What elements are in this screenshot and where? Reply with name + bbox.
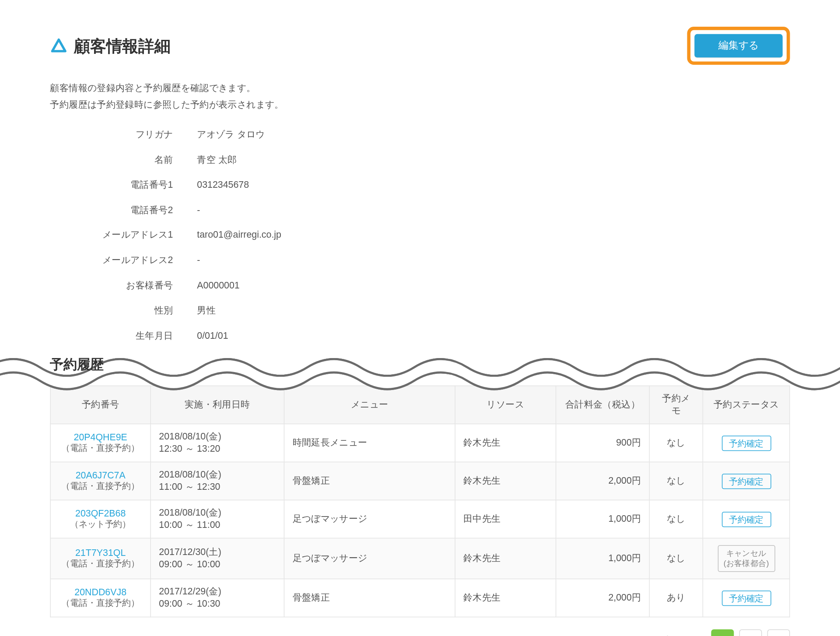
memo-cell: あり	[649, 579, 703, 617]
page-title-group: 顧客情報詳細	[50, 35, 170, 56]
menu-cell: 足つぼマッサージ	[284, 538, 455, 579]
email1-label: メールアドレス1	[50, 229, 197, 242]
reserve-no-cell: 20P4QHE9E（電話・直接予約）	[50, 424, 150, 462]
description-line-2: 予約履歴は予約登録時に参照した予約が表示されます。	[50, 96, 790, 112]
date-value: 2017/12/29(金)	[159, 586, 276, 598]
reserve-no-cell: 20A6J7C7A（電話・直接予約）	[50, 462, 150, 500]
page-description: 顧客情報の登録内容と予約履歴を確認できます。 予約履歴は予約登録時に参照した予約…	[50, 80, 790, 112]
status-badge: 予約確定	[721, 512, 771, 527]
reserve-no-link[interactable]: 20NDD6VJ8	[59, 587, 142, 597]
custno-label: お客様番号	[50, 279, 197, 292]
reserve-no-link[interactable]: 203QF2B68	[59, 508, 142, 519]
reserve-no-sub: （電話・直接予約）	[59, 481, 142, 492]
menu-cell: 時間延長メニュー	[284, 424, 455, 462]
tel2-label: 電話番号2	[50, 204, 197, 217]
email2-value: -	[197, 254, 200, 267]
datetime-cell: 2017/12/30(土)09:00 ～ 10:00	[150, 538, 284, 579]
resource-cell: 鈴木先生	[455, 538, 556, 579]
time-value: 12:30 ～ 13:20	[159, 443, 276, 455]
reserve-no-sub: （電話・直接予約）	[59, 443, 142, 454]
status-badge: 予約確定	[721, 590, 771, 606]
reserve-no-link[interactable]: 21T7Y31QL	[59, 548, 142, 558]
datetime-cell: 2018/08/10(金)12:30 ～ 13:20	[150, 424, 284, 462]
reserve-no-cell: 203QF2B68（ネット予約）	[50, 500, 150, 538]
furigana-value: アオゾラ タロウ	[197, 128, 265, 141]
date-value: 2018/08/10(金)	[159, 469, 276, 481]
price-cell: 1,000円	[556, 538, 650, 579]
page-2-button[interactable]: 2	[739, 629, 762, 636]
status-cell: 予約確定	[703, 579, 789, 617]
table-row: 20A6J7C7A（電話・直接予約）2018/08/10(金)11:00 ～ 1…	[50, 462, 790, 500]
edit-highlight-box: 編集する	[687, 27, 790, 65]
status-badge: 予約確定	[721, 474, 771, 489]
tel1-label: 電話番号1	[50, 179, 197, 192]
table-row: 20NDD6VJ8（電話・直接予約）2017/12/29(金)09:00 ～ 1…	[50, 579, 790, 617]
reserve-no-link[interactable]: 20A6J7C7A	[59, 470, 142, 481]
status-badge: キャンセル(お客様都合)	[718, 545, 775, 572]
reserve-no-cell: 20NDD6VJ8（電話・直接予約）	[50, 579, 150, 617]
reserve-no-sub: （電話・直接予約）	[59, 558, 142, 570]
datetime-cell: 2017/12/29(金)09:00 ～ 10:30	[150, 579, 284, 617]
menu-cell: 骨盤矯正	[284, 579, 455, 617]
page-next-button[interactable]	[767, 629, 790, 636]
memo-cell: なし	[649, 462, 703, 500]
price-cell: 2,000円	[556, 579, 650, 617]
reserve-no-sub: （電話・直接予約）	[59, 597, 142, 609]
date-value: 2017/12/30(土)	[159, 547, 276, 559]
status-badge: 予約確定	[721, 436, 771, 451]
reserve-no-link[interactable]: 20P4QHE9E	[59, 432, 142, 443]
resource-cell: 田中先生	[455, 500, 556, 538]
table-row: 20P4QHE9E（電話・直接予約）2018/08/10(金)12:30 ～ 1…	[50, 424, 790, 462]
table-row: 21T7Y31QL（電話・直接予約）2017/12/30(土)09:00 ～ 1…	[50, 538, 790, 579]
menu-cell: 足つぼマッサージ	[284, 500, 455, 538]
customer-fields: フリガナアオゾラ タロウ 名前青空 太郎 電話番号10312345678 電話番…	[50, 128, 790, 342]
memo-cell: なし	[649, 538, 703, 579]
page-title: 顧客情報詳細	[74, 35, 170, 56]
date-value: 2018/08/10(金)	[159, 431, 276, 443]
tel2-value: -	[197, 204, 200, 217]
edit-button[interactable]: 編集する	[694, 34, 782, 57]
tel1-value: 0312345678	[197, 179, 249, 192]
gender-label: 性別	[50, 304, 197, 317]
status-cell: キャンセル(お客様都合)	[703, 538, 789, 579]
time-value: 11:00 ～ 12:30	[159, 481, 276, 493]
pager: 1 2	[711, 629, 790, 636]
history-table: 予約番号 実施・利用日時 メニュー リソース 合計料金（税込） 予約メモ 予約ス…	[50, 386, 790, 618]
reserve-no-cell: 21T7Y31QL（電話・直接予約）	[50, 538, 150, 579]
page-1-button[interactable]: 1	[711, 629, 734, 636]
resource-cell: 鈴木先生	[455, 462, 556, 500]
email2-label: メールアドレス2	[50, 254, 197, 267]
birth-label: 生年月日	[50, 329, 197, 342]
description-line-1: 顧客情報の登録内容と予約履歴を確認できます。	[50, 80, 790, 96]
status-cell: 予約確定	[703, 424, 789, 462]
resource-cell: 鈴木先生	[455, 424, 556, 462]
history-section-title: 予約履歴	[50, 356, 790, 374]
time-value: 10:00 ～ 11:00	[159, 519, 276, 531]
menu-cell: 骨盤矯正	[284, 462, 455, 500]
birth-value: 0/01/01	[197, 329, 228, 342]
name-label: 名前	[50, 153, 197, 166]
furigana-label: フリガナ	[50, 128, 197, 141]
reserve-no-sub: （ネット予約）	[59, 519, 142, 531]
table-row: 203QF2B68（ネット予約）2018/08/10(金)10:00 ～ 11:…	[50, 500, 790, 538]
datetime-cell: 2018/08/10(金)10:00 ～ 11:00	[150, 500, 284, 538]
memo-cell: なし	[649, 500, 703, 538]
name-value: 青空 太郎	[197, 153, 237, 166]
resource-cell: 鈴木先生	[455, 579, 556, 617]
memo-cell: なし	[649, 424, 703, 462]
status-cell: 予約確定	[703, 462, 789, 500]
price-cell: 2,000円	[556, 462, 650, 500]
status-cell: 予約確定	[703, 500, 789, 538]
custno-value: A0000001	[197, 279, 239, 292]
triangle-icon	[50, 37, 67, 55]
time-value: 09:00 ～ 10:00	[159, 559, 276, 571]
email1-value: taro01@airregi.co.jp	[197, 229, 281, 242]
time-value: 09:00 ～ 10:30	[159, 598, 276, 610]
datetime-cell: 2018/08/10(金)11:00 ～ 12:30	[150, 462, 284, 500]
gender-value: 男性	[197, 304, 216, 317]
price-cell: 900円	[556, 424, 650, 462]
price-cell: 1,000円	[556, 500, 650, 538]
date-value: 2018/08/10(金)	[159, 507, 276, 519]
